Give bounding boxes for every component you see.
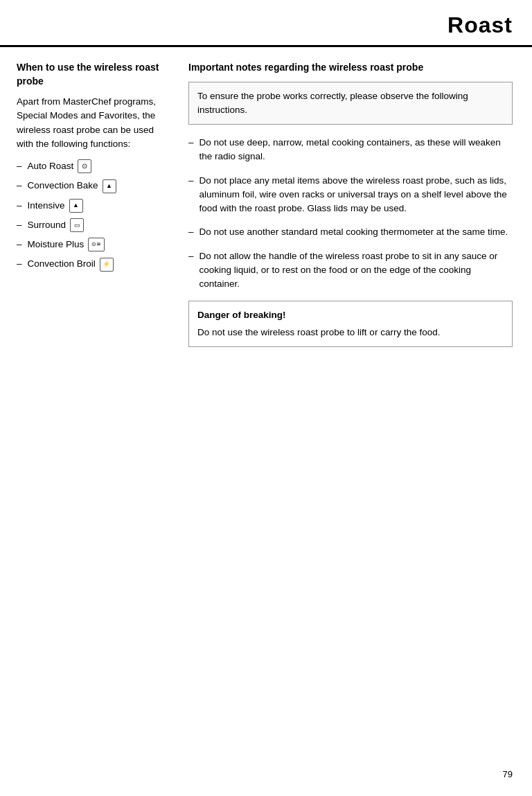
list-item: – Do not allow the handle of the wireles… [188,249,513,292]
list-item: – Surround ▭ [17,218,169,232]
list-item: – Moisture Plus ⊙≋ [17,238,169,251]
right-column: Important notes regarding the wireless r… [188,61,513,347]
bullet-text-1: Do not use deep, narrow, metal cooking c… [200,136,513,164]
moisture-plus-icon: ⊙≋ [88,238,105,251]
dash: – [188,225,194,239]
note-box: To ensure the probe works correctly, ple… [188,82,513,125]
list-item: – Auto Roast ⊙ [17,159,169,173]
bullet-text-3: Do not use another standard metal cookin… [200,225,508,239]
surround-icon: ▭ [70,218,84,232]
dash: – [17,159,22,173]
warning-title: Danger of breaking! [197,308,504,322]
dash: – [17,238,22,251]
warning-text: Do not use the wireless roast probe to l… [197,326,504,339]
note-box-text: To ensure the probe works correctly, ple… [197,91,468,115]
intensive-icon: ▲ [69,199,83,213]
page-number: 79 [503,769,513,779]
intensive-label: Intensive [28,199,65,213]
convection-broil-icon: ⚡ [100,258,114,272]
left-column: When to use the wireless roast probe Apa… [17,61,169,347]
right-section-heading: Important notes regarding the wireless r… [188,61,513,75]
bullet-text-2: Do not place any metal items above the w… [200,174,513,216]
auto-roast-label: Auto Roast [28,159,74,173]
left-section-intro: Apart from MasterChef programs, Special … [17,95,169,151]
dash: – [17,218,22,232]
dash: – [188,249,194,263]
dash: – [17,199,22,213]
bullet-text-4: Do not allow the handle of the wireless … [200,249,513,292]
list-item: – Convection Bake ▲ [17,179,169,193]
left-section-heading: When to use the wireless roast probe [17,61,169,88]
dash: – [17,257,22,271]
list-item: – Do not place any metal items above the… [188,174,513,216]
list-item: – Do not use deep, narrow, metal cooking… [188,136,513,164]
function-list: – Auto Roast ⊙ – Convection Bake ▲ – Int… [17,159,169,272]
content-area: When to use the wireless roast probe Apa… [0,47,532,361]
auto-roast-icon: ⊙ [78,159,91,173]
list-item: – Convection Broil ⚡ [17,257,169,271]
notes-list: – Do not use deep, narrow, metal cooking… [188,136,513,291]
list-item: – Do not use another standard metal cook… [188,225,513,239]
moisture-plus-label: Moisture Plus [28,238,85,251]
dash: – [188,174,194,188]
list-item: – Intensive ▲ [17,199,169,213]
warning-box: Danger of breaking! Do not use the wirel… [188,301,513,347]
page-title: Roast [447,12,513,37]
dash: – [188,136,194,150]
page-header: Roast [0,0,532,46]
dash: – [17,179,22,193]
convection-broil-label: Convection Broil [28,257,96,271]
surround-label: Surround [28,218,66,232]
convection-bake-label: Convection Bake [28,179,98,193]
convection-bake-icon: ▲ [103,179,116,193]
